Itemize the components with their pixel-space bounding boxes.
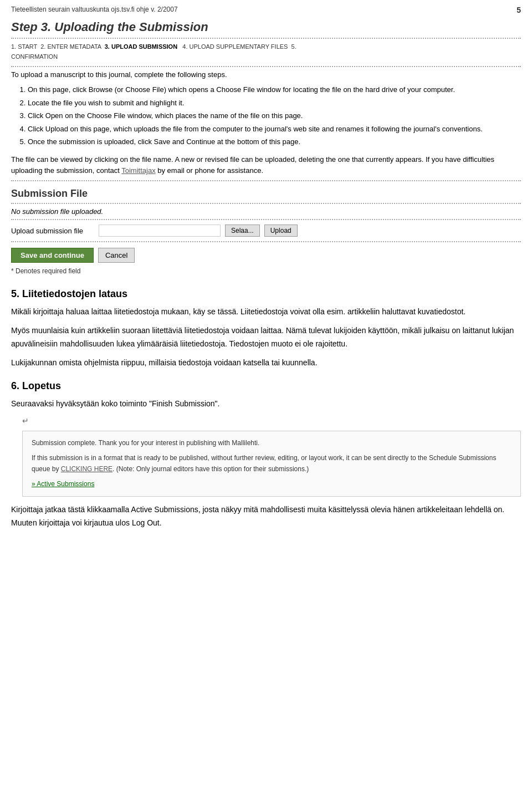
instruction-4: Click Upload on this page, which uploads… bbox=[28, 124, 521, 135]
upload-button[interactable]: Upload bbox=[264, 225, 298, 237]
page-number: 5 bbox=[516, 6, 521, 14]
action-buttons: Save and continue Cancel bbox=[11, 248, 521, 263]
file-input[interactable] bbox=[99, 225, 221, 237]
closing-text: Kirjoittaja jatkaa tästä klikkaamalla Ac… bbox=[11, 503, 521, 530]
nav-step-1: 1. START bbox=[11, 43, 40, 50]
finish-box-wrapper: ↵ Submission complete. Thank you for you… bbox=[22, 416, 521, 497]
upload-label: Upload submission file bbox=[11, 227, 94, 235]
step-heading: Step 3. Uploading the Submission bbox=[11, 20, 521, 34]
section-5-para-1: Mikäli kirjoittaja haluaa laittaa liitet… bbox=[11, 305, 521, 319]
browse-button[interactable]: Selaa... bbox=[225, 225, 260, 237]
finish-box: Submission complete. Thank you for your … bbox=[22, 431, 521, 497]
section-5-para-3: Lukijakunnan omista ohjelmista riippuu, … bbox=[11, 356, 521, 370]
nav-step-2: 2. ENTER METADATA bbox=[40, 43, 105, 50]
divider-4 bbox=[11, 219, 521, 220]
active-submissions-link[interactable]: » Active Submissions bbox=[32, 480, 94, 488]
section-6-heading: 6. Lopetus bbox=[11, 380, 521, 392]
no-file-text: No submission file uploaded. bbox=[11, 207, 521, 216]
corner-symbol: ↵ bbox=[22, 416, 521, 425]
step-title: Step 3. Uploading the Submission bbox=[11, 20, 521, 34]
clicking-here-link[interactable]: CLICKING HERE bbox=[61, 465, 112, 473]
divider-top bbox=[11, 38, 521, 39]
header-title: Tieteellisten seurain valtuuskunta ojs.t… bbox=[11, 6, 178, 13]
instruction-1: On this page, click Browse (or Choose Fi… bbox=[28, 84, 521, 95]
section-6-intro: Seuraavaksi hyväksytään koko toiminto "F… bbox=[11, 397, 521, 411]
upload-row: Upload submission file Selaa... Upload bbox=[11, 225, 521, 237]
nav-steps: 1. START 2. ENTER METADATA 3. UPLOAD SUB… bbox=[11, 42, 521, 62]
submission-file-heading: Submission File bbox=[11, 188, 521, 200]
required-note: * Denotes required field bbox=[11, 267, 521, 275]
instruction-2: Locate the file you wish to submit and h… bbox=[28, 98, 521, 109]
divider-5 bbox=[11, 241, 521, 242]
instructions-list: On this page, click Browse (or Choose Fi… bbox=[28, 84, 521, 147]
divider-nav bbox=[11, 66, 521, 67]
page-header: Tieteellisten seurain valtuuskunta ojs.t… bbox=[11, 6, 521, 14]
instruction-5: Once the submission is uploaded, click S… bbox=[28, 136, 521, 147]
nav-step-4: 4. UPLOAD SUPPLEMENTARY FILES 5. bbox=[179, 43, 296, 50]
extra-info: The file can be viewed by clicking on th… bbox=[11, 154, 521, 177]
contact-link[interactable]: Toimittajax bbox=[121, 166, 155, 175]
intro-text: To upload a manuscript to this journal, … bbox=[11, 70, 521, 79]
detail-text: If this submission is in a format that i… bbox=[32, 453, 511, 474]
section-5-para-2: Myös muunlaisia kuin artikkeliin suoraan… bbox=[11, 324, 521, 351]
divider-3 bbox=[11, 203, 521, 204]
complete-line: Submission complete. Thank you for your … bbox=[32, 438, 511, 448]
nav-step-3-current: 3. UPLOAD SUBMISSION bbox=[105, 43, 177, 50]
instruction-3: Click Open on the Choose File window, wh… bbox=[28, 110, 521, 121]
cancel-button[interactable]: Cancel bbox=[98, 248, 135, 263]
divider-2 bbox=[11, 180, 521, 181]
save-continue-button[interactable]: Save and continue bbox=[11, 248, 94, 263]
nav-step-5: CONFIRMATION bbox=[11, 53, 58, 60]
section-5-heading: 5. Liitetiedostojen lataus bbox=[11, 288, 521, 300]
